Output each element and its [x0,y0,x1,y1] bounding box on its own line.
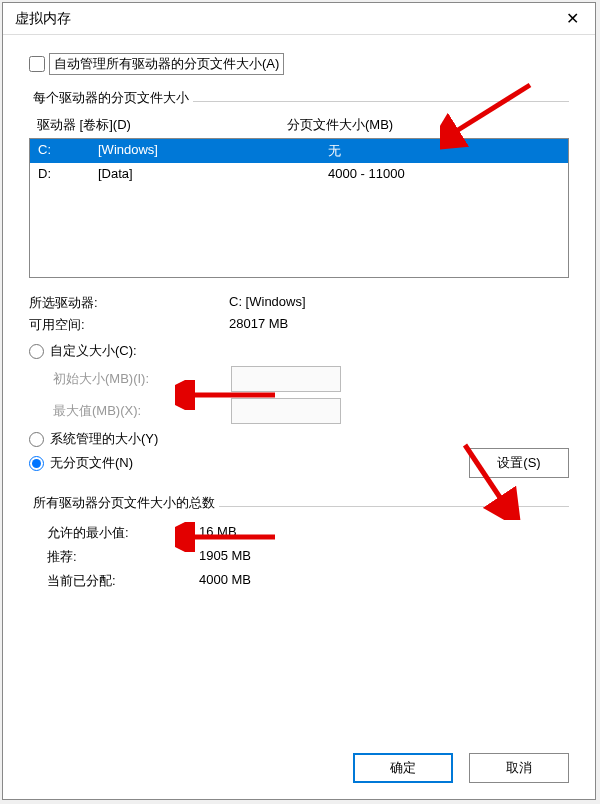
drive-header-drive: 驱动器 [卷标](D) [37,116,287,134]
recommended-value: 1905 MB [199,548,251,566]
available-space-label: 可用空间: [29,316,229,334]
drive-header-size: 分页文件大小(MB) [287,116,393,134]
ok-button[interactable]: 确定 [353,753,453,783]
min-allowed-value: 16 MB [199,524,237,542]
per-drive-group: 驱动器 [卷标](D) 分页文件大小(MB) C: [Windows] 无 D:… [29,101,569,478]
recommended-row: 推荐: 1905 MB [29,545,569,569]
max-size-input[interactable] [231,398,341,424]
auto-manage-row: 自动管理所有驱动器的分页文件大小(A) [29,53,569,75]
drive-row[interactable]: C: [Windows] 无 [30,139,568,163]
drive-letter: C: [38,142,98,160]
selected-drive-row: 所选驱动器: C: [Windows] [29,292,569,314]
available-space-row: 可用空间: 28017 MB [29,314,569,336]
dialog-content: 自动管理所有驱动器的分页文件大小(A) 每个驱动器的分页文件大小 驱动器 [卷标… [3,35,595,623]
virtual-memory-dialog: 虚拟内存 ✕ 自动管理所有驱动器的分页文件大小(A) 每个驱动器的分页文件大小 … [2,2,596,800]
max-size-label: 最大值(MB)(X): [53,402,231,420]
dialog-title: 虚拟内存 [15,10,71,28]
custom-size-radio[interactable] [29,344,44,359]
initial-size-row: 初始大小(MB)(I): [53,366,569,392]
close-button[interactable]: ✕ [549,3,595,35]
auto-manage-checkbox[interactable] [29,56,45,72]
drive-letter: D: [38,166,98,181]
drive-paging-size: 无 [328,142,560,160]
initial-size-label: 初始大小(MB)(I): [53,370,231,388]
system-managed-radio[interactable] [29,432,44,447]
custom-size-label[interactable]: 自定义大小(C): [50,342,137,360]
system-managed-label[interactable]: 系统管理的大小(Y) [50,430,158,448]
auto-manage-label[interactable]: 自动管理所有驱动器的分页文件大小(A) [49,53,284,75]
drive-volume-label: [Data] [98,166,328,181]
drive-paging-size: 4000 - 11000 [328,166,560,181]
close-icon: ✕ [566,9,579,28]
cancel-button[interactable]: 取消 [469,753,569,783]
titlebar: 虚拟内存 ✕ [3,3,595,35]
recommended-label: 推荐: [29,548,199,566]
min-allowed-row: 允许的最小值: 16 MB [29,521,569,545]
max-size-row: 最大值(MB)(X): [53,398,569,424]
selected-drive-label: 所选驱动器: [29,294,229,312]
dialog-footer: 确定 取消 [353,753,569,783]
totals-group-label: 所有驱动器分页文件大小的总数 [29,494,219,512]
custom-size-row: 自定义大小(C): [29,342,569,360]
set-button[interactable]: 设置(S) [469,448,569,478]
no-paging-label[interactable]: 无分页文件(N) [50,454,133,472]
currently-allocated-row: 当前已分配: 4000 MB [29,569,569,593]
drive-volume-label: [Windows] [98,142,328,160]
currently-allocated-value: 4000 MB [199,572,251,590]
min-allowed-label: 允许的最小值: [29,524,199,542]
drive-listbox[interactable]: C: [Windows] 无 D: [Data] 4000 - 11000 [29,138,569,278]
currently-allocated-label: 当前已分配: [29,572,199,590]
selected-drive-value: C: [Windows] [229,294,306,312]
no-paging-radio[interactable] [29,456,44,471]
drive-list-header: 驱动器 [卷标](D) 分页文件大小(MB) [29,116,569,138]
totals-group: 允许的最小值: 16 MB 推荐: 1905 MB 当前已分配: 4000 MB [29,506,569,593]
system-managed-row: 系统管理的大小(Y) [29,430,569,448]
per-drive-group-label: 每个驱动器的分页文件大小 [29,89,193,107]
initial-size-input[interactable] [231,366,341,392]
available-space-value: 28017 MB [229,316,288,334]
drive-row[interactable]: D: [Data] 4000 - 11000 [30,163,568,184]
